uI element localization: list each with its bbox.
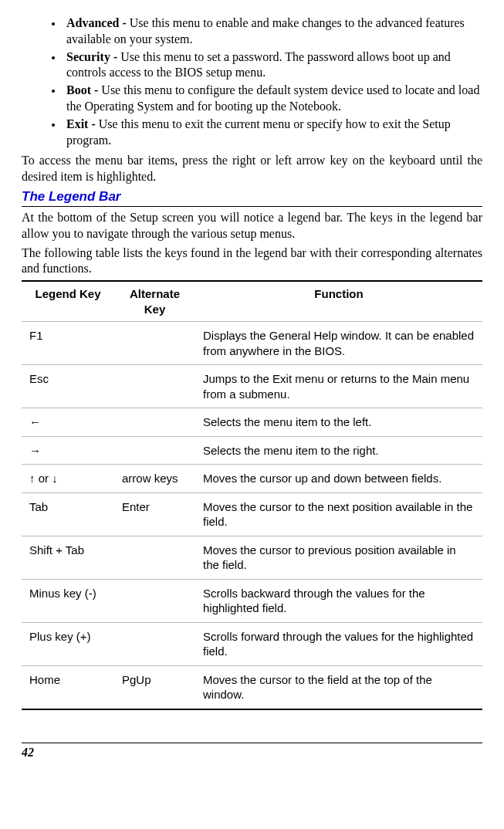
page-number: 42 bbox=[22, 746, 34, 759]
table-row: EscJumps to the Exit menu or returns to … bbox=[22, 365, 482, 408]
table-row: HomePgUpMoves the cursor to the field at… bbox=[22, 665, 482, 709]
cell-alt bbox=[114, 536, 195, 579]
header-alternate-key: Alternate Key bbox=[114, 281, 195, 322]
access-instruction: To access the menu bar items, press the … bbox=[22, 153, 482, 185]
page-footer: 42 bbox=[22, 743, 482, 761]
bullet-desc: Use this menu to exit the current menu o… bbox=[66, 117, 451, 147]
cell-fn: Jumps to the Exit menu or returns to the… bbox=[195, 365, 482, 408]
cell-key: ← bbox=[22, 408, 114, 437]
cell-alt: Enter bbox=[114, 492, 195, 536]
cell-alt bbox=[114, 408, 195, 437]
cell-alt bbox=[114, 436, 195, 465]
legend-table: Legend Key Alternate Key Function F1Disp… bbox=[22, 280, 482, 710]
bullet-name: Exit - bbox=[66, 117, 99, 130]
cell-key: Shift + Tab bbox=[22, 536, 114, 579]
section-title-legend-bar: The Legend Bar bbox=[22, 188, 482, 205]
cell-key: → bbox=[22, 436, 114, 465]
cell-fn: Selects the menu item to the left. bbox=[195, 408, 482, 437]
section-divider bbox=[22, 206, 482, 207]
table-row: →Selects the menu item to the right. bbox=[22, 436, 482, 465]
bullet-boot: Boot - Use this menu to configure the de… bbox=[63, 83, 482, 115]
table-row: ←Selects the menu item to the left. bbox=[22, 408, 482, 437]
table-row: Minus key (-)Scrolls backward through th… bbox=[22, 579, 482, 622]
cell-key: Home bbox=[22, 665, 114, 709]
bullet-exit: Exit - Use this menu to exit the current… bbox=[63, 117, 482, 149]
bullet-name: Boot - bbox=[66, 83, 101, 96]
cell-fn: Scrolls forward through the values for t… bbox=[195, 622, 482, 665]
bullet-name: Security - bbox=[66, 50, 120, 63]
header-function: Function bbox=[195, 281, 482, 322]
cell-key: F1 bbox=[22, 322, 114, 365]
cell-alt bbox=[114, 365, 195, 408]
cell-fn: Moves the cursor up and down between fie… bbox=[195, 465, 482, 493]
cell-key: Plus key (+) bbox=[22, 622, 114, 665]
table-row: Shift + TabMoves the cursor to previous … bbox=[22, 536, 482, 579]
cell-key: ↑ or ↓ bbox=[22, 465, 114, 493]
cell-key: Minus key (-) bbox=[22, 579, 114, 622]
cell-fn: Scrolls backward through the values for … bbox=[195, 579, 482, 622]
cell-fn: Moves the cursor to the field at the top… bbox=[195, 665, 482, 709]
bullet-security: Security - Use this menu to set a passwo… bbox=[63, 49, 482, 82]
bullet-name: Advanced - bbox=[66, 16, 130, 29]
cell-fn: Moves the cursor to the next position av… bbox=[195, 492, 482, 536]
bullet-desc: Use this menu to set a password. The pas… bbox=[66, 50, 451, 80]
cell-fn: Displays the General Help window. It can… bbox=[195, 322, 482, 365]
table-row: F1Displays the General Help window. It c… bbox=[22, 322, 482, 365]
cell-key: Tab bbox=[22, 492, 114, 536]
bullet-advanced: Advanced - Use this menu to enable and m… bbox=[63, 15, 482, 48]
legend-intro-1: At the bottom of the Setup screen you wi… bbox=[22, 210, 482, 242]
cell-alt: PgUp bbox=[114, 665, 195, 709]
menu-bullet-list: Advanced - Use this menu to enable and m… bbox=[22, 15, 482, 148]
table-row: TabEnterMoves the cursor to the next pos… bbox=[22, 492, 482, 536]
cell-alt bbox=[114, 322, 195, 365]
cell-alt bbox=[114, 579, 195, 622]
header-legend-key: Legend Key bbox=[22, 281, 114, 322]
table-row: ↑ or ↓arrow keysMoves the cursor up and … bbox=[22, 465, 482, 493]
table-row: Plus key (+)Scrolls forward through the … bbox=[22, 622, 482, 665]
table-header-row: Legend Key Alternate Key Function bbox=[22, 281, 482, 322]
cell-alt: arrow keys bbox=[114, 465, 195, 493]
bullet-desc: Use this menu to configure the default s… bbox=[66, 83, 479, 113]
cell-alt bbox=[114, 622, 195, 665]
legend-intro-2: The following table lists the keys found… bbox=[22, 245, 482, 278]
cell-fn: Selects the menu item to the right. bbox=[195, 436, 482, 465]
cell-key: Esc bbox=[22, 365, 114, 408]
cell-fn: Moves the cursor to previous position av… bbox=[195, 536, 482, 579]
